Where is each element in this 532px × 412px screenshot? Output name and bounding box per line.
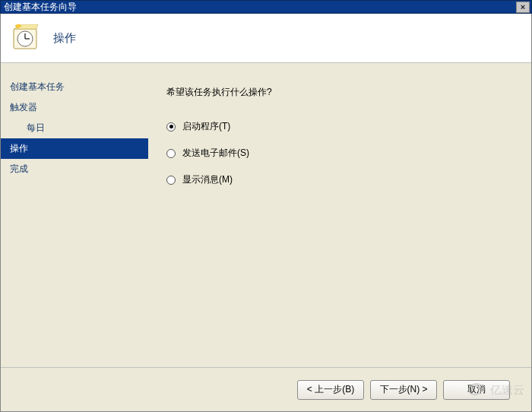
- sidebar-item-action[interactable]: 操作: [1, 138, 148, 159]
- window-body: 操作 创建基本任务 触发器 每日 操作 完成 希望该任务执行什么操作? 启动程序…: [0, 14, 532, 412]
- wizard-button-bar: < 上一步(B) 下一步(N) > 取消: [1, 367, 531, 411]
- back-button[interactable]: < 上一步(B): [297, 380, 364, 400]
- sidebar-item-create-task[interactable]: 创建基本任务: [1, 77, 148, 97]
- radio-label: 启动程序(T): [182, 120, 230, 133]
- next-button[interactable]: 下一步(N) >: [370, 380, 437, 400]
- close-button[interactable]: ×: [516, 2, 530, 13]
- sidebar-item-label: 触发器: [10, 102, 37, 113]
- sidebar-item-label: 完成: [10, 163, 28, 174]
- radio-label: 发送电子邮件(S): [182, 147, 249, 160]
- radio-icon: [166, 149, 176, 158]
- sidebar-item-finish[interactable]: 完成: [1, 159, 148, 179]
- radio-start-program[interactable]: 启动程序(T): [166, 120, 513, 133]
- sidebar-item-trigger[interactable]: 触发器: [1, 97, 148, 118]
- radio-icon: [166, 176, 176, 185]
- wizard-clock-icon: [12, 24, 40, 52]
- radio-icon: [166, 122, 176, 132]
- radio-label: 显示消息(M): [182, 173, 233, 186]
- wizard-main: 希望该任务执行什么操作? 启动程序(T) 发送电子邮件(S) 显示消息(M): [148, 63, 531, 367]
- titlebar: 创建基本任务向导 ×: [0, 0, 532, 14]
- sidebar-item-label: 操作: [10, 143, 28, 154]
- cancel-button[interactable]: 取消: [443, 380, 510, 400]
- radio-send-email[interactable]: 发送电子邮件(S): [166, 147, 513, 160]
- close-icon: ×: [521, 2, 525, 11]
- sidebar-item-label: 创建基本任务: [10, 81, 65, 92]
- radio-show-message[interactable]: 显示消息(M): [166, 173, 513, 186]
- wizard-sidebar: 创建基本任务 触发器 每日 操作 完成: [1, 63, 148, 367]
- action-question: 希望该任务执行什么操作?: [166, 86, 513, 99]
- banner-title: 操作: [53, 31, 76, 46]
- wizard-content: 创建基本任务 触发器 每日 操作 完成 希望该任务执行什么操作? 启动程序(T)…: [1, 63, 531, 367]
- wizard-banner: 操作: [1, 14, 531, 63]
- sidebar-item-label: 每日: [27, 122, 45, 133]
- window-title: 创建基本任务向导: [4, 0, 516, 14]
- sidebar-item-daily[interactable]: 每日: [1, 118, 148, 138]
